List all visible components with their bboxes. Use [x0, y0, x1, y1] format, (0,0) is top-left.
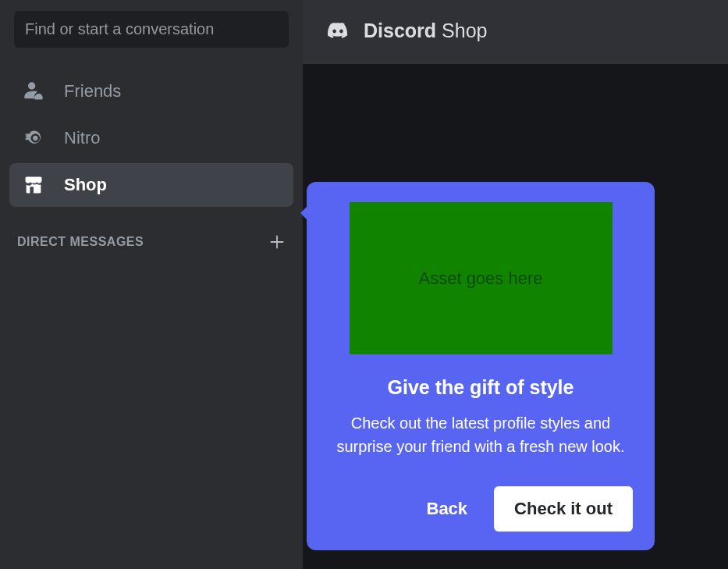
nav-item-shop[interactable]: Shop	[9, 163, 293, 207]
promo-description: Check out the latest profile styles and …	[325, 411, 636, 458]
nav-label: Shop	[64, 175, 107, 195]
nitro-icon	[22, 126, 45, 150]
dm-section-title: DIRECT MESSAGES	[17, 235, 144, 249]
shop-promo-popover: Asset goes here Give the gift of style C…	[307, 182, 655, 550]
search-conversation-input[interactable]: Find or start a conversation	[14, 11, 289, 48]
add-dm-icon[interactable]	[268, 233, 286, 251]
back-button[interactable]: Back	[419, 489, 476, 528]
dm-section-header: DIRECT MESSAGES	[0, 219, 303, 254]
nav-label: Nitro	[64, 128, 100, 148]
nav-item-friends[interactable]: Friends	[9, 69, 293, 113]
promo-asset-placeholder: Asset goes here	[350, 202, 613, 354]
sidebar: Find or start a conversation Friends	[0, 0, 303, 569]
friends-icon	[22, 80, 45, 103]
nav-label: Friends	[64, 81, 121, 101]
promo-actions: Back Check it out	[325, 486, 636, 532]
nav-list: Friends Nitro Shop	[0, 62, 303, 210]
page-title: Discord Shop	[364, 20, 487, 42]
discord-logo-icon	[323, 16, 353, 45]
promo-title: Give the gift of style	[325, 376, 636, 399]
main-header: Discord Shop	[303, 0, 728, 64]
shop-icon	[22, 173, 45, 197]
check-it-out-button[interactable]: Check it out	[494, 486, 633, 532]
nav-item-nitro[interactable]: Nitro	[9, 116, 293, 160]
